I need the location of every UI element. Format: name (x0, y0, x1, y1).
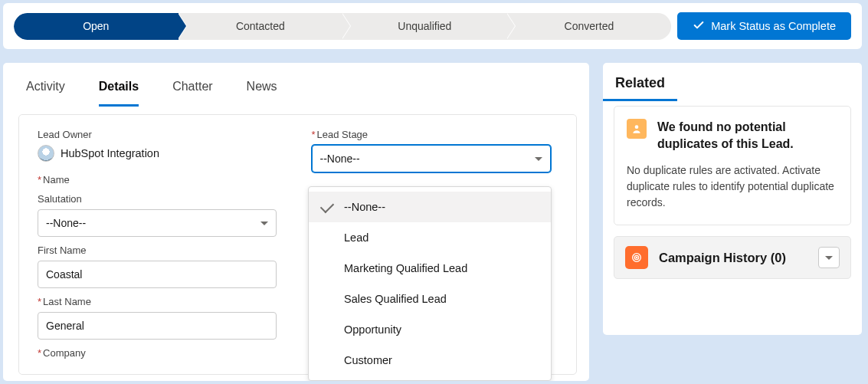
duplicates-text: No duplicate rules are activated. Activa… (627, 162, 838, 211)
status-path: Open Contacted Unqualified Converted (14, 13, 671, 40)
option-label: Opportunity (344, 323, 401, 336)
tab-label: Details (99, 80, 139, 93)
lead-stage-label: Lead Stage (312, 129, 562, 140)
main-card: Activity Details Chatter News Lead Owner… (3, 63, 589, 381)
tab-details[interactable]: Details (99, 80, 139, 107)
lead-owner-row: HubSpot Integration (38, 145, 287, 162)
path-stage-label: Unqualified (398, 20, 451, 32)
campaign-menu-button[interactable] (818, 247, 840, 268)
tab-label: Chatter (172, 80, 212, 93)
campaign-icon (625, 246, 648, 269)
duplicates-title: We found no potential duplicates of this… (657, 119, 838, 152)
last-name-label: Last Name (38, 296, 287, 307)
dropdown-option-opportunity[interactable]: Opportunity (309, 314, 551, 345)
mark-complete-label: Mark Status as Complete (711, 20, 836, 32)
first-name-value: Coastal (46, 268, 82, 281)
mark-complete-button[interactable]: Mark Status as Complete (677, 12, 851, 40)
path-stage-label: Converted (565, 20, 614, 32)
lead-stage-value: --None-- (320, 153, 360, 165)
content-row: Activity Details Chatter News Lead Owner… (0, 52, 868, 381)
first-name-input[interactable]: Coastal (38, 261, 277, 288)
campaign-history-card[interactable]: Campaign History (0) (614, 236, 851, 279)
path-stage-open[interactable]: Open (14, 13, 179, 40)
dropdown-option-lead[interactable]: Lead (309, 222, 551, 253)
dropdown-option-customer[interactable]: Customer (309, 345, 551, 376)
tab-chatter[interactable]: Chatter (172, 80, 212, 107)
option-label: Marketing Qualified Lead (344, 262, 467, 274)
tab-news[interactable]: News (247, 80, 277, 107)
duplicates-card: We found no potential duplicates of this… (614, 106, 851, 225)
option-label: Lead (344, 231, 368, 244)
lead-stage-dropdown: --None-- Lead Marketing Qualified Lead S… (308, 186, 552, 381)
tab-label: Activity (26, 80, 65, 93)
field-company: Company (38, 347, 287, 359)
status-path-card: Open Contacted Unqualified Converted Mar… (3, 3, 862, 49)
related-title: Related (603, 71, 677, 101)
campaign-title: Campaign History (0) (659, 251, 807, 265)
field-lead-owner: Lead Owner HubSpot Integration (38, 129, 287, 162)
record-tabs: Activity Details Chatter News (3, 63, 589, 107)
dropdown-option-sql[interactable]: Sales Qualified Lead (309, 284, 551, 314)
chevron-down-icon (260, 222, 268, 225)
chevron-down-icon (825, 256, 833, 260)
dropdown-option-none[interactable]: --None-- (309, 192, 551, 222)
tab-activity[interactable]: Activity (26, 80, 65, 107)
field-lead-stage: Lead Stage --None-- (312, 129, 562, 172)
option-label: Customer (344, 354, 392, 366)
lead-owner-label: Lead Owner (38, 129, 287, 140)
path-stage-converted[interactable]: Converted (507, 13, 672, 40)
related-sidebar: Related We found no potential duplicates… (603, 63, 862, 335)
last-name-value: General (46, 320, 84, 332)
duplicates-header: We found no potential duplicates of this… (627, 119, 838, 152)
first-name-label: First Name (38, 245, 287, 256)
name-label: Name (38, 174, 287, 185)
path-stage-contacted[interactable]: Contacted (179, 13, 343, 40)
salutation-label: Salutation (38, 193, 287, 205)
path-stage-unqualified[interactable]: Unqualified (342, 13, 507, 40)
field-salutation: Salutation --None-- (38, 193, 287, 237)
check-icon (693, 19, 705, 34)
field-first-name: First Name Coastal (38, 245, 287, 288)
svg-point-3 (636, 258, 637, 258)
salutation-value: --None-- (46, 217, 86, 229)
avatar (38, 145, 54, 162)
path-stage-label: Open (83, 20, 109, 32)
option-label: Sales Qualified Lead (344, 293, 447, 305)
lead-owner-value: HubSpot Integration (61, 147, 159, 159)
tab-label: News (247, 80, 277, 93)
chevron-down-icon (535, 157, 542, 161)
field-name-heading: Name (38, 174, 287, 185)
details-left-column: Lead Owner HubSpot Integration Name Salu… (38, 129, 287, 374)
dropdown-option-mql[interactable]: Marketing Qualified Lead (309, 253, 551, 284)
svg-point-0 (635, 125, 639, 129)
path-stage-label: Contacted (236, 20, 285, 32)
person-icon (627, 119, 647, 139)
lead-stage-select[interactable]: --None-- (312, 145, 551, 172)
field-last-name: Last Name General (38, 296, 287, 340)
salutation-select[interactable]: --None-- (38, 209, 277, 237)
last-name-input[interactable]: General (38, 312, 277, 340)
related-title-wrap: Related (603, 71, 862, 101)
option-label: --None-- (344, 201, 385, 213)
company-label: Company (38, 347, 287, 359)
